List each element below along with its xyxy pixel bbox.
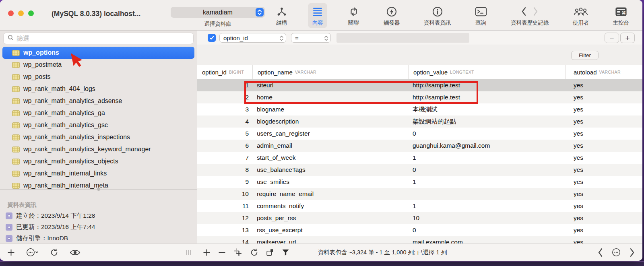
grid-cell: 0	[409, 227, 566, 234]
history-forward-icon[interactable]	[533, 7, 539, 16]
toolbar-item-table-history[interactable]: 資料表歷史記錄	[507, 3, 553, 28]
column-header-option_id[interactable]: option_idBIGINT	[197, 65, 253, 79]
grid-row-2[interactable]: 2homehttp://sample.testyes	[197, 91, 642, 103]
column-header-option_value[interactable]: option_valueLONGTEXT	[409, 65, 566, 79]
status-bar: 資料表包含 ~3,324 筆 - 1 至 1,000 列; 已選擇 1 列	[0, 243, 642, 261]
grid-cell: yes	[566, 94, 642, 101]
add-table-button[interactable]	[7, 249, 15, 256]
column-header-autoload[interactable]: autoloadVARCHAR	[566, 65, 642, 79]
grid-cell: yes	[566, 178, 642, 186]
remove-filter-rule-button[interactable]: −	[605, 33, 619, 43]
grid-footer: 資料表包含 ~3,324 筆 - 1 至 1,000 列; 已選擇 1 列	[197, 244, 642, 261]
toolbar-item-console[interactable]: ⌘主控台	[609, 3, 633, 28]
console-icon: ⌘	[615, 4, 627, 19]
previous-page-button[interactable]	[597, 248, 603, 257]
filter-operator-select[interactable]: =	[291, 33, 331, 43]
grip-icon[interactable]	[186, 250, 191, 256]
grid-row-14[interactable]: 14mailserver_urlmail.example.comyes	[197, 236, 642, 243]
row-count-status: 資料表包含 ~3,324 筆 - 1 至 1,000 列; 已選擇 1 列	[270, 249, 495, 256]
table-grid-icon	[12, 183, 20, 189]
table-filter-input[interactable]	[17, 35, 193, 42]
toolbar-item-table-info[interactable]: 資料表資訊	[420, 3, 455, 28]
toolbar-item-users[interactable]: 使用者	[569, 3, 593, 28]
grid-cell: 1	[197, 82, 253, 89]
sidebar-table-wp_rank_math_analytics_adsense[interactable]: wp_rank_math_analytics_adsense	[2, 95, 194, 107]
sidebar-table-wp_rank_math_analytics_keyword_manager[interactable]: wp_rank_math_analytics_keyword_manager	[2, 143, 194, 155]
grid-row-10[interactable]: 10require_name_emailyes	[197, 188, 642, 200]
grid-cell: 0	[409, 166, 566, 173]
database-selector[interactable]: kamadiam	[171, 7, 265, 18]
grid-row-13[interactable]: 13rss_use_excerpt0yes	[197, 224, 642, 236]
table-grid-icon	[12, 98, 20, 104]
grid-row-8[interactable]: 8use_balanceTags0yes	[197, 164, 642, 176]
structure-icon	[276, 4, 288, 19]
main-toolbar: 結構內容關聯觸發器資料表資訊查詢資料表歷史記錄使用者⌘主控台	[272, 1, 633, 29]
filter-operator-value: =	[295, 35, 299, 41]
grid-cell: yes	[566, 82, 642, 89]
grid-cell: yes	[566, 190, 642, 198]
apply-filter-button[interactable]: Filter	[571, 51, 599, 60]
column-type: VARCHAR	[599, 70, 621, 74]
sidebar-table-wp_postmeta[interactable]: wp_postmeta	[2, 59, 194, 71]
refresh-rows-button[interactable]	[250, 248, 258, 257]
sidebar-table-wp_rank_math_analytics_objects[interactable]: wp_rank_math_analytics_objects	[2, 155, 194, 167]
table-name: wp_rank_math_analytics_keyword_manager	[23, 146, 151, 153]
grid-row-9[interactable]: 9use_smilies1yes	[197, 176, 642, 188]
table-name: wp_rank_math_analytics_gsc	[23, 122, 108, 129]
grid-row-5[interactable]: 5users_can_register0yes	[197, 128, 642, 140]
sidebar-table-wp_options[interactable]: wp_options	[2, 47, 194, 59]
grid-column-headers: option_idBIGINToption_nameVARCHARoption_…	[197, 65, 642, 79]
table-actions-menu-button[interactable]	[26, 248, 39, 257]
filter-column-select[interactable]: option_id	[219, 33, 286, 43]
sidebar-table-wp_rank_math_analytics_ga[interactable]: wp_rank_math_analytics_ga	[2, 107, 194, 119]
grid-cell: 0	[409, 130, 566, 137]
grid-row-4[interactable]: 4blogdescription架設網站的起點yes	[197, 115, 642, 128]
grid-cell: yes	[566, 166, 642, 173]
sidebar-table-wp_rank_math_internal_links[interactable]: wp_rank_math_internal_links	[2, 167, 194, 179]
toolbar-item-structure[interactable]: 結構	[272, 3, 291, 28]
toolbar-item-content[interactable]: 內容	[308, 3, 327, 28]
add-row-button[interactable]	[203, 249, 211, 256]
sidebar-table-wp_posts[interactable]: wp_posts	[2, 71, 194, 83]
sidebar-table-wp_rank_math_404_logs[interactable]: wp_rank_math_404_logs	[2, 83, 194, 95]
database-selector-wrap: kamadiam 選擇資料庫	[171, 7, 265, 28]
table-info-heading: 資料表資訊	[7, 201, 37, 209]
grid-cell: 10	[197, 190, 253, 198]
sidebar-filter-box	[3, 33, 194, 44]
grid-cell: mail.example.com	[409, 239, 566, 243]
grid-row-11[interactable]: 11comments_notify1yes	[197, 200, 642, 212]
filter-enabled-checkbox[interactable]	[208, 34, 216, 42]
toolbar-item-triggers[interactable]: 觸發器	[380, 3, 404, 28]
grid-cell: use_balanceTags	[253, 166, 409, 173]
refresh-tables-button[interactable]	[50, 248, 58, 257]
table-info-text: 儲存引擎：InnoDB	[16, 234, 68, 243]
history-back-icon[interactable]	[521, 7, 527, 16]
scroll-handle[interactable]	[97, 188, 100, 191]
sidebar-table-wp_rank_math_analytics_inspections[interactable]: wp_rank_math_analytics_inspections	[2, 131, 194, 143]
close-button[interactable]	[8, 10, 14, 16]
grid-row-7[interactable]: 7start_of_week1yes	[197, 152, 642, 164]
add-filter-rule-button[interactable]: +	[620, 33, 635, 43]
grid-row-6[interactable]: 6admin_emailguanghui.kama@gmail.comyes	[197, 140, 642, 152]
preview-button[interactable]	[70, 249, 80, 256]
grid-row-12[interactable]: 12posts_per_rss10yes	[197, 212, 642, 224]
next-page-button[interactable]	[629, 248, 635, 257]
toolbar-item-label: 資料表歷史記錄	[511, 19, 549, 27]
grid-cell: comments_notify	[253, 202, 409, 210]
grid-cell: 8	[197, 166, 253, 173]
zoom-button[interactable]	[28, 10, 34, 16]
grid-row-1[interactable]: 1siteurlhttp://sample.testyes	[197, 79, 642, 91]
minimize-button[interactable]	[18, 10, 24, 16]
grid-pane: option_id = − + Filter option_idBIGINTop…	[197, 31, 642, 243]
toolbar-item-query[interactable]: 查詢	[471, 3, 491, 28]
page-jump-button[interactable]	[612, 248, 621, 257]
sidebar-table-wp_rank_math_analytics_gsc[interactable]: wp_rank_math_analytics_gsc	[2, 119, 194, 131]
grid-row-3[interactable]: 3blogname本機測試yes	[197, 103, 642, 115]
table-name: wp_rank_math_analytics_adsense	[23, 97, 122, 105]
delete-row-button[interactable]	[218, 249, 226, 256]
column-header-option_name[interactable]: option_nameVARCHAR	[253, 65, 409, 79]
toolbar-item-relations[interactable]: 關聯	[344, 3, 363, 28]
filter-value-input[interactable]	[336, 33, 469, 43]
stepper-icon	[256, 8, 264, 16]
duplicate-row-button[interactable]	[233, 248, 242, 257]
